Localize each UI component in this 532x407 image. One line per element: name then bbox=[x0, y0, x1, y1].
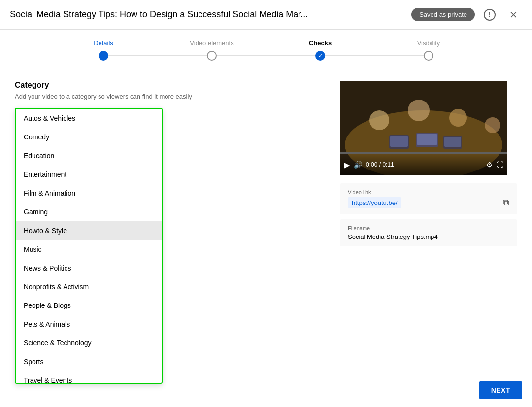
svg-rect-9 bbox=[390, 136, 408, 147]
video-link-box: Video link https://youtu.be/ ⧉ bbox=[340, 183, 517, 214]
bottom-bar: NEXT bbox=[0, 373, 532, 407]
step-checks-label: Checks bbox=[309, 39, 332, 47]
right-panel: ▶ 🔊 0:00 / 0:11 ⚙ ⛶ Video link https://y… bbox=[340, 81, 517, 370]
left-panel: Category Add your video to a category so… bbox=[15, 81, 325, 370]
category-item[interactable]: Sports bbox=[16, 352, 162, 371]
video-preview: ▶ 🔊 0:00 / 0:11 ⚙ ⛶ bbox=[340, 81, 507, 175]
fullscreen-button[interactable]: ⛶ bbox=[497, 161, 503, 169]
step-video-elements[interactable]: Video elements bbox=[158, 39, 266, 61]
alert-button[interactable]: ! bbox=[481, 6, 499, 24]
category-item[interactable]: Comedy bbox=[16, 128, 162, 146]
alert-icon: ! bbox=[484, 9, 496, 21]
category-item[interactable]: Nonprofits & Activism bbox=[16, 277, 162, 296]
steps-nav: Details Video elements Checks ✓ Visibili… bbox=[0, 30, 532, 66]
step-visibility[interactable]: Visibility bbox=[374, 39, 483, 61]
svg-point-4 bbox=[449, 109, 467, 127]
next-button[interactable]: NEXT bbox=[479, 381, 522, 399]
step-checks-circle: ✓ bbox=[315, 51, 325, 61]
category-item[interactable]: Education bbox=[16, 146, 162, 165]
step-details-circle bbox=[99, 51, 108, 61]
category-item[interactable]: Autos & Vehicles bbox=[16, 109, 162, 128]
step-details[interactable]: Details bbox=[49, 39, 158, 61]
video-time: 0:00 / 0:11 bbox=[366, 161, 482, 168]
filename-label: Filename bbox=[348, 225, 509, 231]
category-subtitle: Add your video to a category so viewers … bbox=[15, 93, 325, 100]
check-icon: ✓ bbox=[318, 53, 323, 59]
category-item[interactable]: Entertainment bbox=[16, 165, 162, 184]
step-visibility-circle bbox=[424, 51, 433, 61]
step-checks[interactable]: Checks ✓ bbox=[266, 39, 374, 61]
step-video-elements-label: Video elements bbox=[190, 39, 233, 47]
header-actions: Saved as private ! ✕ bbox=[411, 6, 522, 24]
category-item[interactable]: People & Blogs bbox=[16, 296, 162, 315]
step-line-3 bbox=[320, 55, 429, 56]
video-controls: ▶ 🔊 0:00 / 0:11 ⚙ ⛶ bbox=[340, 154, 507, 175]
step-visibility-label: Visibility bbox=[417, 39, 440, 47]
category-item[interactable]: Science & Technology bbox=[16, 334, 162, 352]
filename-box: Filename Social Media Strategy Tips.mp4 bbox=[340, 219, 517, 246]
step-video-elements-circle bbox=[207, 51, 217, 61]
svg-point-3 bbox=[408, 100, 430, 121]
svg-point-5 bbox=[485, 117, 500, 133]
header: Social Media Strategy Tips: How to Desig… bbox=[0, 0, 532, 30]
page-title: Social Media Strategy Tips: How to Desig… bbox=[10, 9, 394, 20]
video-link-label: Video link bbox=[348, 189, 509, 195]
category-item[interactable]: Film & Animation bbox=[16, 184, 162, 203]
main-content: Category Add your video to a category so… bbox=[0, 66, 532, 370]
category-list[interactable]: Autos & VehiclesComedyEducationEntertain… bbox=[15, 108, 163, 384]
copy-link-button[interactable]: ⧉ bbox=[503, 198, 509, 208]
step-line-1 bbox=[103, 55, 212, 56]
filename-value: Social Media Strategy Tips.mp4 bbox=[348, 233, 509, 240]
svg-rect-11 bbox=[444, 137, 461, 147]
settings-button[interactable]: ⚙ bbox=[486, 161, 493, 169]
saved-badge: Saved as private bbox=[411, 8, 475, 21]
category-item[interactable]: Gaming bbox=[16, 203, 162, 221]
play-button[interactable]: ▶ bbox=[344, 160, 350, 170]
close-icon: ✕ bbox=[509, 9, 518, 21]
category-item[interactable]: News & Politics bbox=[16, 259, 162, 277]
volume-button[interactable]: 🔊 bbox=[354, 161, 362, 169]
category-dropdown[interactable]: Autos & VehiclesComedyEducationEntertain… bbox=[15, 108, 163, 384]
close-button[interactable]: ✕ bbox=[504, 6, 522, 24]
video-link-url[interactable]: https://youtu.be/ bbox=[348, 197, 401, 208]
step-details-label: Details bbox=[94, 39, 113, 47]
category-item[interactable]: Howto & Style bbox=[16, 221, 162, 240]
step-line-2 bbox=[212, 55, 320, 56]
category-item[interactable]: Pets & Animals bbox=[16, 315, 162, 334]
svg-point-2 bbox=[369, 110, 389, 130]
category-title: Category bbox=[15, 81, 325, 90]
svg-rect-10 bbox=[417, 134, 437, 145]
category-item[interactable]: Music bbox=[16, 240, 162, 259]
